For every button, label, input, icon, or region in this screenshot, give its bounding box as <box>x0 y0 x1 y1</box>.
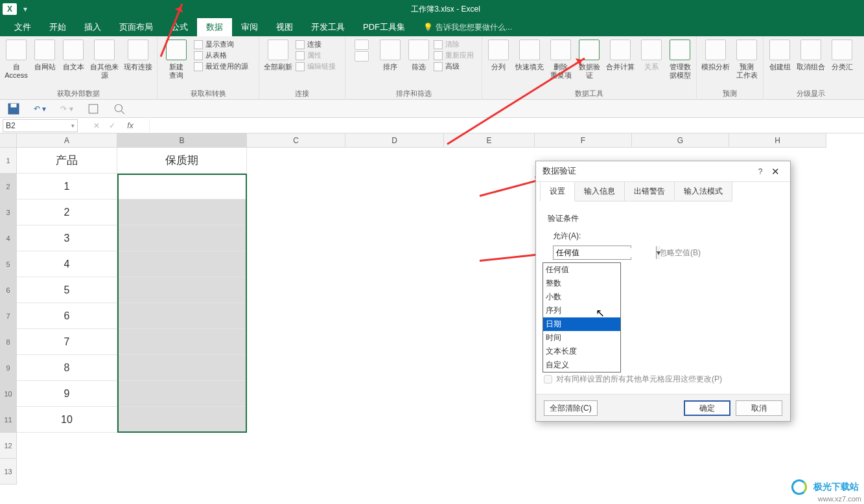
allow-option-6[interactable]: 文本长度 <box>543 345 620 358</box>
dialog-tab-error-alert[interactable]: 出错警告 <box>625 182 675 201</box>
tab-formulas[interactable]: 公式 <box>162 18 197 36</box>
formula-input[interactable] <box>149 119 864 132</box>
tell-me[interactable]: 💡 告诉我您想要做什么... <box>423 22 512 33</box>
cell-A3[interactable]: 2 <box>17 200 117 225</box>
reapply-button[interactable]: 重新应用 <box>434 51 479 60</box>
from-web-button[interactable]: 自网站 <box>31 38 58 71</box>
print-preview-icon[interactable] <box>113 103 125 115</box>
cell-B5[interactable] <box>117 251 247 277</box>
tab-file[interactable]: 文件 <box>5 18 40 36</box>
cell-A10[interactable]: 9 <box>17 381 117 407</box>
cell-B6[interactable] <box>117 277 247 303</box>
row-header-2[interactable]: 2 <box>0 174 17 200</box>
group-cancel-button[interactable]: 取消组合 <box>795 38 827 71</box>
recent-sources-button[interactable]: 最近使用的源 <box>194 62 256 71</box>
from-access-button[interactable]: 自 Access <box>3 38 30 80</box>
select-all-corner[interactable] <box>0 133 17 148</box>
sort-asc-button[interactable] <box>348 38 375 64</box>
cancel-button[interactable]: 取消 <box>736 400 782 416</box>
show-queries-button[interactable]: 显示查询 <box>194 40 256 49</box>
tab-review[interactable]: 审阅 <box>232 18 267 36</box>
allow-option-7[interactable]: 自定义 <box>543 358 620 372</box>
touch-mode-icon[interactable] <box>88 103 99 115</box>
sort-button[interactable]: 排序 <box>377 38 404 71</box>
dialog-help-icon[interactable]: ? <box>754 167 767 176</box>
tab-insert[interactable]: 插入 <box>75 18 110 36</box>
tab-view[interactable]: 视图 <box>267 18 302 36</box>
col-header-A[interactable]: A <box>17 133 117 148</box>
advanced-button[interactable]: 高级 <box>434 62 479 71</box>
group-create-button[interactable]: 创建组 <box>766 38 793 71</box>
fx-icon[interactable]: fx <box>127 121 133 130</box>
consolidate-button[interactable]: 合并计算 <box>604 38 636 71</box>
from-table-button[interactable]: 从表格 <box>194 51 256 60</box>
dialog-close-icon[interactable]: ✕ <box>767 166 784 178</box>
cancel-formula-icon[interactable]: ✕ <box>93 121 100 130</box>
tab-page-layout[interactable]: 页面布局 <box>110 18 162 36</box>
manage-data-model-button[interactable]: 管理数 据模型 <box>666 38 694 80</box>
row-header-5[interactable]: 5 <box>0 251 17 277</box>
col-header-H[interactable]: H <box>729 133 826 148</box>
row-header-9[interactable]: 9 <box>0 355 17 381</box>
col-header-G[interactable]: G <box>632 133 729 148</box>
row-header-13[interactable]: 13 <box>0 459 17 485</box>
cell-A4[interactable]: 3 <box>17 225 117 251</box>
col-header-D[interactable]: D <box>345 133 444 148</box>
cell-A1[interactable]: 产品 <box>17 148 117 174</box>
col-header-B[interactable]: B <box>117 133 247 148</box>
clear-all-button[interactable]: 全部清除(C) <box>544 400 598 416</box>
cell-B1[interactable]: 保质期 <box>117 148 247 174</box>
edit-links-button[interactable]: 编辑链接 <box>296 62 342 71</box>
allow-option-4[interactable]: 日期 <box>543 317 620 331</box>
cell-B7[interactable] <box>117 303 247 329</box>
row-header-8[interactable]: 8 <box>0 329 17 355</box>
col-header-C[interactable]: C <box>247 133 345 148</box>
cell-B2[interactable] <box>117 174 247 200</box>
col-header-F[interactable]: F <box>535 133 632 148</box>
tab-developer[interactable]: 开发工具 <box>302 18 354 36</box>
connections-button[interactable]: 连接 <box>296 40 342 49</box>
existing-connections-button[interactable]: 现有连接 <box>122 38 154 71</box>
row-header-11[interactable]: 11 <box>0 407 17 433</box>
cell-A6[interactable]: 5 <box>17 277 117 303</box>
allow-option-1[interactable]: 整数 <box>543 277 620 290</box>
undo-icon[interactable]: ↶ ▾ <box>34 104 46 113</box>
apply-to-all-checkbox[interactable]: 对有同样设置的所有其他单元格应用这些更改(P) <box>544 374 722 385</box>
cell-B11[interactable] <box>117 407 247 433</box>
cell-B10[interactable] <box>117 381 247 407</box>
cell-B3[interactable] <box>117 200 247 225</box>
cell-A5[interactable]: 4 <box>17 251 117 277</box>
from-text-button[interactable]: 自文本 <box>60 38 87 71</box>
cell-A9[interactable]: 8 <box>17 355 117 381</box>
tab-pdf-tools[interactable]: PDF工具集 <box>354 18 414 36</box>
forecast-sheet-button[interactable]: 预测 工作表 <box>733 38 760 80</box>
filter-button[interactable]: 筛选 <box>405 38 432 71</box>
dialog-tab-input-message[interactable]: 输入信息 <box>575 182 625 201</box>
allow-options-list[interactable]: 任何值整数小数序列日期时间文本长度自定义 <box>543 262 621 372</box>
row-header-12[interactable]: 12 <box>0 433 17 459</box>
allow-option-2[interactable]: 小数 <box>543 290 620 304</box>
cell-B4[interactable] <box>117 225 247 251</box>
cell-B8[interactable] <box>117 329 247 355</box>
what-if-analysis-button[interactable]: 模拟分析 <box>699 38 732 71</box>
allow-option-3[interactable]: 序列 <box>543 304 620 317</box>
row-header-4[interactable]: 4 <box>0 225 17 251</box>
dialog-title-bar[interactable]: 数据验证 ? ✕ <box>536 161 790 182</box>
row-header-10[interactable]: 10 <box>0 381 17 407</box>
allow-combobox[interactable]: ▾ <box>553 246 631 260</box>
row-header-1[interactable]: 1 <box>0 148 17 174</box>
enter-formula-icon[interactable]: ✓ <box>109 121 115 130</box>
properties-button[interactable]: 属性 <box>296 51 342 60</box>
allow-option-0[interactable]: 任何值 <box>543 263 620 277</box>
ok-button[interactable]: 确定 <box>684 400 730 416</box>
flash-fill-button[interactable]: 快速填充 <box>513 38 546 71</box>
text-to-columns-button[interactable]: 分列 <box>485 38 512 71</box>
cell-A7[interactable]: 6 <box>17 303 117 329</box>
row-header-3[interactable]: 3 <box>0 200 17 225</box>
tab-data[interactable]: 数据 <box>197 18 232 36</box>
chevron-down-icon[interactable]: ▾ <box>656 246 660 259</box>
relationships-button[interactable]: 关系 <box>638 38 665 71</box>
from-other-sources-button[interactable]: 自其他来源 <box>88 38 121 80</box>
subtotal-button[interactable]: 分类汇 <box>828 38 856 71</box>
allow-option-5[interactable]: 时间 <box>543 331 620 345</box>
